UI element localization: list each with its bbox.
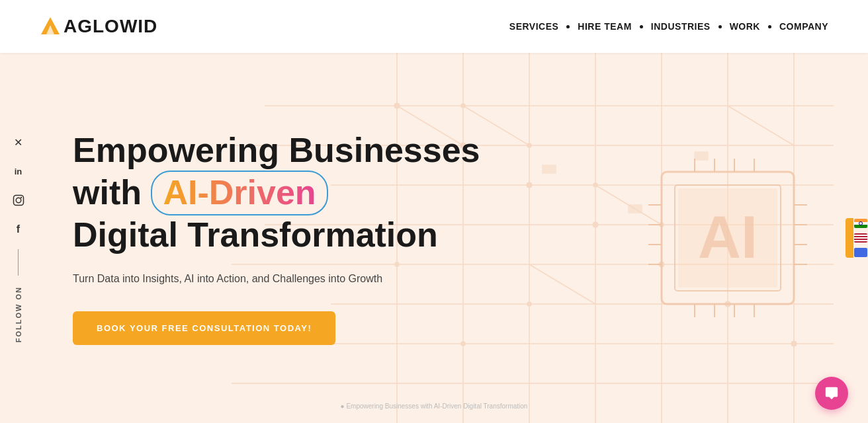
logo[interactable]: AGLOWID bbox=[40, 16, 157, 37]
follow-label: FOLLOW ON bbox=[15, 286, 22, 342]
title-line1: Empowering Businesses bbox=[73, 131, 480, 169]
instagram-icon[interactable] bbox=[9, 191, 28, 210]
right-sidebar bbox=[853, 53, 868, 423]
main-header: AGLOWID SERVICES HIRE TEAM INDUSTRIES WO… bbox=[0, 0, 868, 53]
ai-driven-badge: AI-Driven bbox=[151, 171, 327, 215]
sidebar-divider bbox=[18, 249, 19, 276]
svg-rect-39 bbox=[695, 152, 708, 160]
nav-dot-1 bbox=[566, 25, 570, 28]
chat-icon bbox=[824, 386, 839, 401]
svg-point-20 bbox=[527, 182, 532, 188]
bottom-scroll-indicator: ● Empowering Businesses with AI-Driven D… bbox=[341, 403, 528, 410]
x-twitter-icon[interactable]: ✕ bbox=[9, 133, 28, 151]
nav-dot-4 bbox=[768, 25, 771, 28]
nav-services[interactable]: SERVICES bbox=[509, 21, 559, 32]
logo-icon bbox=[40, 16, 61, 37]
india-flag[interactable] bbox=[854, 219, 867, 228]
svg-point-24 bbox=[791, 341, 797, 346]
nav-industries[interactable]: INDUSTRIES bbox=[651, 21, 711, 32]
hero-section: AI ✕ in bbox=[0, 53, 868, 423]
facebook-icon[interactable]: f bbox=[9, 220, 28, 239]
social-sidebar: ✕ in f FOLLOW ON bbox=[0, 53, 36, 423]
svg-rect-60 bbox=[13, 196, 23, 206]
nav-work[interactable]: WORK bbox=[730, 21, 760, 32]
svg-text:AI: AI bbox=[698, 204, 758, 270]
nav-dot-2 bbox=[640, 25, 643, 28]
other-flag[interactable] bbox=[854, 248, 867, 257]
svg-point-30 bbox=[527, 302, 531, 306]
main-nav: SERVICES HIRE TEAM INDUSTRIES WORK COMPA… bbox=[509, 21, 828, 32]
hero-subtitle: Turn Data into Insights, AI into Action,… bbox=[73, 270, 417, 288]
nav-hire-team[interactable]: HIRE TEAM bbox=[578, 21, 632, 32]
hero-content: Empowering Businesses with AI-Driven Dig… bbox=[73, 131, 480, 345]
title-line3: Digital Transformation bbox=[73, 215, 438, 254]
svg-rect-38 bbox=[629, 205, 642, 213]
cta-button[interactable]: BOOK YOUR FREE CONSULTATION TODAY! bbox=[73, 311, 335, 345]
nav-company[interactable]: COMPANY bbox=[779, 21, 828, 32]
chat-button[interactable] bbox=[815, 377, 848, 410]
us-flag[interactable] bbox=[854, 233, 867, 243]
nav-dot-3 bbox=[718, 25, 722, 28]
title-line2-prefix: with bbox=[73, 173, 151, 212]
logo-text: AGLOWID bbox=[64, 16, 157, 37]
svg-rect-37 bbox=[542, 165, 556, 173]
svg-point-21 bbox=[593, 222, 598, 227]
ai-driven-text: AI-Driven bbox=[163, 173, 316, 212]
svg-point-61 bbox=[16, 198, 21, 204]
orange-accent-bar bbox=[846, 218, 853, 258]
svg-point-62 bbox=[21, 197, 22, 198]
linkedin-icon[interactable]: in bbox=[9, 162, 28, 180]
hero-title: Empowering Businesses with AI-Driven Dig… bbox=[73, 131, 480, 254]
